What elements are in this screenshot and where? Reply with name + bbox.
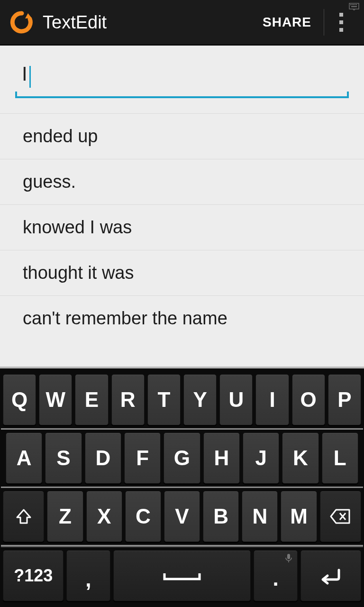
key-x[interactable]: X <box>86 491 122 542</box>
key-w[interactable]: W <box>39 374 72 425</box>
svg-rect-1 <box>350 4 351 5</box>
svg-rect-6 <box>351 6 357 7</box>
key-i[interactable]: I <box>255 374 289 425</box>
key-j[interactable]: J <box>243 432 279 484</box>
key-space[interactable] <box>113 550 251 601</box>
key-k[interactable]: K <box>282 432 318 484</box>
svg-rect-4 <box>355 4 355 5</box>
keyboard-row-4: ?123 , . <box>1 546 363 604</box>
key-e[interactable]: E <box>75 374 108 425</box>
svg-rect-5 <box>356 4 357 5</box>
period-label: . <box>273 567 278 590</box>
soft-keyboard: Q W E R T Y U I O P A S D F G H J K L Z … <box>0 367 364 607</box>
suggestion-item[interactable]: guess. <box>0 159 364 204</box>
enter-icon <box>318 566 344 585</box>
suggestion-item[interactable]: can't remember the name <box>0 295 364 341</box>
app-icon <box>9 10 34 35</box>
key-p[interactable]: P <box>328 374 361 425</box>
mic-icon <box>285 553 292 563</box>
key-z[interactable]: Z <box>47 491 83 542</box>
key-shift[interactable] <box>3 491 44 542</box>
key-t[interactable]: T <box>147 374 181 425</box>
key-m[interactable]: M <box>281 491 317 542</box>
svg-rect-2 <box>352 4 353 5</box>
key-backspace[interactable] <box>320 491 361 542</box>
suggestion-item[interactable]: thought it was <box>0 250 364 295</box>
key-l[interactable]: L <box>322 432 358 484</box>
keyboard-row-2: A S D F G H J K L <box>1 430 363 488</box>
key-u[interactable]: U <box>219 374 253 425</box>
key-n[interactable]: N <box>242 491 278 542</box>
key-q[interactable]: Q <box>3 374 36 425</box>
keyboard-row-3: Z X C V B N M <box>1 488 363 546</box>
key-enter[interactable] <box>300 550 361 601</box>
key-b[interactable]: B <box>203 491 239 542</box>
key-f[interactable]: F <box>124 432 161 484</box>
key-v[interactable]: V <box>164 491 200 542</box>
keyboard-settings-icon <box>349 3 359 10</box>
comma-label: , <box>85 568 91 591</box>
suggestion-item[interactable]: ended up <box>0 113 364 159</box>
share-button[interactable]: SHARE <box>250 0 324 45</box>
key-d[interactable]: D <box>85 432 121 484</box>
key-s[interactable]: S <box>45 432 82 484</box>
suggestion-item[interactable]: knowed I was <box>0 204 364 250</box>
input-value: I <box>22 63 27 85</box>
key-o[interactable]: O <box>292 374 325 425</box>
key-h[interactable]: H <box>203 432 240 484</box>
shift-icon <box>14 507 33 526</box>
key-g[interactable]: G <box>164 432 200 484</box>
key-period[interactable]: . <box>254 550 297 601</box>
suggestion-list: ended up guess. knowed I was thought it … <box>0 113 364 341</box>
key-y[interactable]: Y <box>183 374 217 425</box>
space-icon <box>161 569 203 583</box>
app-title: TextEdit <box>43 12 250 33</box>
key-symbols[interactable]: ?123 <box>3 550 64 601</box>
text-input[interactable]: I <box>15 53 349 98</box>
action-bar: TextEdit SHARE <box>0 0 364 46</box>
key-r[interactable]: R <box>111 374 145 425</box>
key-comma[interactable]: , <box>66 550 110 601</box>
svg-rect-7 <box>287 554 290 559</box>
svg-rect-3 <box>353 4 354 5</box>
key-a[interactable]: A <box>6 432 42 484</box>
key-c[interactable]: C <box>125 491 161 542</box>
text-cursor <box>29 66 31 88</box>
keyboard-row-1: Q W E R T Y U I O P <box>1 371 363 430</box>
backspace-icon <box>329 508 351 524</box>
content-area: I ended up guess. knowed I was thought i… <box>0 46 364 367</box>
